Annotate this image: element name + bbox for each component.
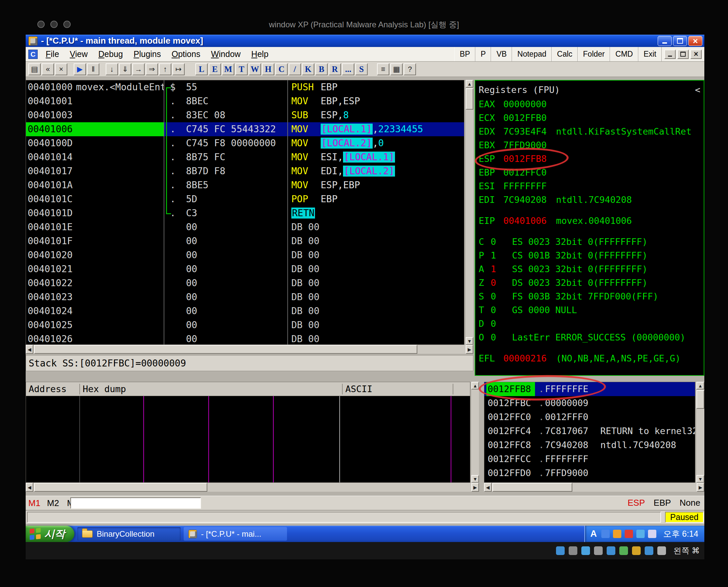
column-header-hexdump[interactable]: Hex dump xyxy=(83,384,126,394)
scroll-left-icon[interactable] xyxy=(484,483,492,492)
column-header-ascii[interactable]: ASCII xyxy=(345,384,372,394)
scroll-up-icon[interactable] xyxy=(466,80,473,88)
stack-row-0012FFC8[interactable]: 0012FFC8.7C940208ntdll.7C940208 xyxy=(484,438,695,452)
stack-row-0012FFC0[interactable]: 0012FFC0.0012FFF0 xyxy=(484,410,695,424)
minimize-icon[interactable] xyxy=(658,36,672,46)
toolbar-letter-r[interactable]: R xyxy=(329,63,341,75)
disasm-row-00401023[interactable]: 0040102300DB 00 xyxy=(26,290,464,304)
menubar-button-notepad[interactable]: Notepad xyxy=(512,47,552,61)
help-icon[interactable]: ? xyxy=(404,63,416,75)
disasm-row-00401000[interactable]: 00401000movex.<ModuleEntr$55PUSHEBP xyxy=(26,80,464,94)
restore-icon[interactable] xyxy=(673,36,687,46)
flag-row-c[interactable]: C0ES 0023 32bit 0(FFFFFFFF) xyxy=(479,235,700,249)
flag-row-a[interactable]: A1SS 0023 32bit 0(FFFFFFFF) xyxy=(479,262,700,276)
network-icon[interactable] xyxy=(619,546,628,555)
disasm-row-00401022[interactable]: 0040102200DB 00 xyxy=(26,276,464,290)
tab-m1[interactable]: M1 xyxy=(28,498,40,508)
hex-dump-body[interactable] xyxy=(26,396,470,483)
hdd-icon[interactable] xyxy=(594,546,603,555)
security-alert-icon[interactable] xyxy=(625,530,633,538)
stack-row-0012FFCC[interactable]: 0012FFCC.FFFFFFFF xyxy=(484,452,695,466)
appearance-icon[interactable]: ▦ xyxy=(390,63,403,75)
menubar-button-calc[interactable]: Calc xyxy=(552,47,578,61)
scroll-thumb[interactable] xyxy=(466,88,473,110)
menu-help[interactable]: Help xyxy=(246,49,274,59)
shared-folder-icon[interactable] xyxy=(645,546,653,555)
register-esi[interactable]: ESIFFFFFFFF xyxy=(479,179,700,193)
step-over-icon[interactable]: ⇓ xyxy=(119,63,131,75)
menu-plugins[interactable]: Plugins xyxy=(128,49,166,59)
ime-indicator[interactable]: A xyxy=(590,529,597,539)
close-icon[interactable] xyxy=(688,36,702,46)
disasm-row-00401006[interactable]: 00401006.C745 FC 55443322MOV[LOCAL.1],22… xyxy=(26,122,464,136)
scroll-down-icon[interactable] xyxy=(696,475,704,483)
register-efl[interactable]: EFL00000216(NO,NB,NE,A,NS,PE,GE,G) xyxy=(479,351,700,365)
windows-list-icon[interactable]: ≡ xyxy=(377,63,389,75)
register-eip[interactable]: EIP00401006movex.00401006 xyxy=(479,214,700,228)
scroll-up-icon[interactable] xyxy=(471,382,479,390)
menubar-button-exit[interactable]: Exit xyxy=(638,47,662,61)
toolbar-letter-c[interactable]: C xyxy=(275,63,288,75)
menubar-button-cmd[interactable]: CMD xyxy=(610,47,638,61)
toolbar-letter-k[interactable]: K xyxy=(302,63,314,75)
menu-window[interactable]: Window xyxy=(206,49,246,59)
video-capture-icon[interactable] xyxy=(581,546,590,555)
menu-options[interactable]: Options xyxy=(166,49,206,59)
step-into-icon[interactable]: ↓ xyxy=(106,63,118,75)
mdi-close-icon[interactable] xyxy=(690,50,702,59)
menubar-button-p[interactable]: P xyxy=(475,47,491,61)
disasm-row-00401025[interactable]: 0040102500DB 00 xyxy=(26,318,464,332)
disasm-row-00401020[interactable]: 0040102000DB 00 xyxy=(26,248,464,262)
tab-m2[interactable]: M2 xyxy=(47,498,59,508)
collapse-button[interactable]: < xyxy=(695,85,700,95)
pause-icon[interactable]: ‖ xyxy=(87,63,99,75)
flag-row-d[interactable]: D0 xyxy=(479,317,700,330)
disasm-hscrollbar[interactable] xyxy=(26,345,473,354)
disasm-row-00401021[interactable]: 0040102100DB 00 xyxy=(26,262,464,276)
toolbar-letter-l[interactable]: L xyxy=(195,63,208,75)
stack-hscrollbar[interactable] xyxy=(484,483,704,492)
open-file-icon[interactable]: ▤ xyxy=(28,63,41,75)
toolbar-letter-b[interactable]: B xyxy=(315,63,328,75)
scroll-down-icon[interactable] xyxy=(466,337,473,345)
scroll-right-icon[interactable] xyxy=(697,483,704,492)
flag-row-p[interactable]: P1CS 001B 32bit 0(FFFFFFFF) xyxy=(479,249,700,262)
disasm-row-0040101A[interactable]: 0040101A.8BE5MOVESP,EBP xyxy=(26,178,464,192)
toolbar-letter-slash[interactable]: / xyxy=(289,63,301,75)
flag-row-s[interactable]: S0FS 003B 32bit 7FFDF000(FFF) xyxy=(479,289,700,303)
scroll-left-icon[interactable] xyxy=(26,345,33,354)
disasm-row-0040101F[interactable]: 0040101F00DB 00 xyxy=(26,234,464,248)
flag-row-z[interactable]: Z0DS 0023 32bit 0(FFFFFFFF) xyxy=(479,276,700,289)
disasm-row-00401024[interactable]: 0040102400DB 00 xyxy=(26,304,464,318)
scroll-up-icon[interactable] xyxy=(696,382,704,390)
usb-icon[interactable] xyxy=(632,546,641,555)
toolbar-letter-h[interactable]: H xyxy=(262,63,274,75)
toolbar-letter-m[interactable]: M xyxy=(222,63,234,75)
toolbar-letter-s[interactable]: S xyxy=(355,63,368,75)
menubar-button-folder[interactable]: Folder xyxy=(578,47,610,61)
stack-row-0012FFD0[interactable]: 0012FFD0.7FFD9000 xyxy=(484,466,695,480)
disasm-row-00401014[interactable]: 00401014.8B75 FCMOVESI,[LOCAL.1] xyxy=(26,150,464,164)
taskbar-item-ollydbg[interactable]: - [*C.P.U* - mai... xyxy=(184,527,287,541)
disasm-row-00401026[interactable]: 0040102600DB 00 xyxy=(26,332,464,345)
column-header-address[interactable]: Address xyxy=(29,384,67,394)
animate-into-icon[interactable]: → xyxy=(132,63,145,75)
mdi-minimize-icon[interactable] xyxy=(664,50,676,59)
disasm-row-0040100D[interactable]: 0040100D.C745 F8 00000000MOV[LOCAL.2],0 xyxy=(26,136,464,150)
disasm-row-00401003[interactable]: 00401003.83EC 08SUBESP,8 xyxy=(26,108,464,122)
windows-update-icon[interactable] xyxy=(613,530,621,538)
close-icon[interactable]: × xyxy=(55,63,67,75)
scroll-thumb[interactable] xyxy=(34,483,207,492)
toolbar-letter-e[interactable]: E xyxy=(209,63,221,75)
flag-row-t[interactable]: T0GS 0000 NULL xyxy=(479,303,700,317)
start-button[interactable]: 시작 xyxy=(26,526,74,542)
stack-row-0012FFC4[interactable]: 0012FFC4.7C817067RETURN to kernel32 xyxy=(484,424,695,438)
menu-debug[interactable]: Debug xyxy=(93,49,128,59)
register-eax[interactable]: EAX00000000 xyxy=(479,97,700,111)
input-device-icon[interactable] xyxy=(648,530,656,538)
toolbar-letter-w[interactable]: W xyxy=(249,63,261,75)
register-ecx[interactable]: ECX0012FFB0 xyxy=(479,111,700,124)
dump-hscrollbar[interactable] xyxy=(26,483,479,492)
go-to-address-icon[interactable]: ↦ xyxy=(172,63,185,75)
scroll-left-icon[interactable] xyxy=(26,483,33,492)
